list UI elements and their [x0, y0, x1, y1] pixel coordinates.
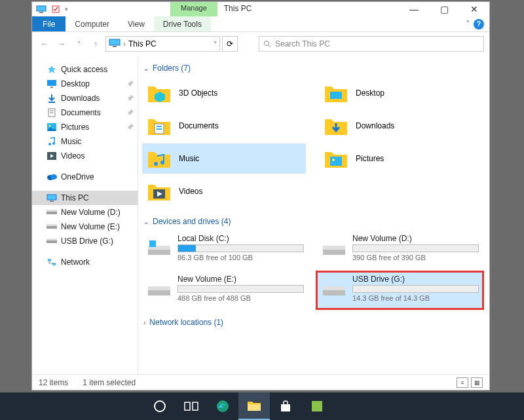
folder-icon — [146, 178, 172, 204]
folder-3d-objects[interactable]: 3D Objects — [142, 78, 306, 108]
address-bar[interactable]: › This PC ˅ — [105, 36, 220, 52]
address-dropdown-icon[interactable]: ˅ — [214, 41, 217, 48]
item-count: 12 items — [39, 378, 68, 387]
sidebar-drive-g[interactable]: USB Drive (G:) — [32, 234, 138, 248]
folder-label: Videos — [179, 187, 202, 196]
svg-rect-3 — [109, 39, 120, 45]
svg-rect-25 — [47, 210, 57, 212]
drives-grid: Local Disk (C:) 86.3 GB free of 100 GB N… — [142, 231, 483, 309]
svg-rect-47 — [323, 246, 345, 250]
edge-button[interactable] — [207, 392, 238, 420]
folder-documents[interactable]: Documents — [142, 111, 306, 141]
sidebar-this-pc[interactable]: This PC — [32, 191, 138, 205]
folder-videos[interactable]: Videos — [142, 176, 306, 206]
taskbar — [0, 392, 524, 420]
tab-view[interactable]: View — [119, 16, 154, 31]
folder-icon — [323, 80, 349, 106]
sidebar-label: Music — [61, 137, 81, 146]
folder-label: Documents — [179, 121, 219, 130]
folder-downloads[interactable]: Downloads — [319, 111, 483, 141]
svg-rect-58 — [312, 401, 322, 411]
address-separator: › — [123, 39, 126, 48]
folder-music[interactable]: Music — [142, 143, 306, 174]
maximize-button[interactable]: ▢ — [429, 2, 459, 16]
documents-icon — [47, 108, 57, 117]
tab-drive-tools[interactable]: Drive Tools — [154, 16, 211, 31]
pc-icon — [47, 193, 57, 202]
svg-rect-54 — [193, 402, 198, 410]
svg-line-6 — [269, 45, 271, 47]
sidebar-item-desktop[interactable]: Desktop — [32, 77, 138, 91]
drive-free-text: 14.3 GB free of 14.3 GB — [352, 294, 479, 302]
taskbar-app-button[interactable] — [301, 392, 333, 420]
refresh-button[interactable]: ⟳ — [222, 36, 238, 52]
folder-desktop[interactable]: Desktop — [319, 78, 483, 108]
status-bar: 12 items 1 item selected ≡ ▦ — [32, 374, 489, 390]
sidebar-label: USB Drive (G:) — [61, 237, 113, 246]
selection-count: 1 item selected — [83, 378, 136, 387]
folder-icon — [323, 145, 349, 172]
recent-locations-button[interactable]: ˅ — [71, 37, 86, 51]
usb-drive-icon — [321, 278, 347, 299]
folders-grid: 3D Objects Desktop Documents Downloads M… — [142, 78, 483, 206]
file-explorer-button[interactable] — [238, 392, 270, 420]
svg-marker-7 — [48, 66, 56, 73]
sidebar-drive-d[interactable]: New Volume (D:) — [32, 205, 138, 220]
store-button[interactable] — [270, 392, 301, 420]
group-header-folders[interactable]: ⌄ Folders (7) — [142, 60, 483, 78]
sidebar-onedrive[interactable]: OneDrive — [32, 170, 138, 184]
svg-point-21 — [50, 174, 57, 180]
ribbon-expand-icon[interactable]: ˅ — [466, 20, 470, 29]
large-icons-view-button[interactable]: ▦ — [471, 377, 483, 388]
search-box[interactable]: Search This PC — [259, 36, 484, 52]
forward-button[interactable]: → — [54, 37, 69, 51]
minimize-button[interactable]: — — [399, 2, 429, 16]
svg-rect-27 — [47, 224, 57, 226]
svg-rect-29 — [47, 239, 57, 240]
sidebar-label: Documents — [61, 108, 101, 117]
folder-icon — [323, 113, 349, 139]
sidebar-drive-e[interactable]: New Volume (E:) — [32, 220, 138, 234]
sidebar-item-downloads[interactable]: Downloads — [32, 91, 138, 105]
file-tab[interactable]: File — [32, 16, 66, 31]
up-button[interactable]: ↑ — [88, 37, 103, 51]
qat-dropdown-icon[interactable]: ▾ — [65, 6, 68, 12]
svg-rect-33 — [330, 92, 342, 99]
desktop-icon — [47, 79, 57, 88]
sidebar-quick-access[interactable]: Quick access — [32, 62, 138, 77]
svg-rect-22 — [47, 195, 56, 200]
drive-icon — [47, 208, 57, 217]
back-button[interactable]: ← — [37, 37, 52, 51]
close-button[interactable]: ✕ — [459, 2, 489, 16]
drive-name: USB Drive (G:) — [352, 275, 479, 284]
sidebar-item-music[interactable]: Music — [32, 134, 138, 149]
refresh-icon: ⟳ — [227, 39, 233, 48]
group-header-network[interactable]: › Network locations (1) — [142, 314, 483, 332]
star-icon — [47, 65, 57, 74]
folder-label: Downloads — [356, 121, 394, 130]
window-controls: — ▢ ✕ — [399, 2, 489, 16]
svg-rect-49 — [148, 286, 170, 290]
sidebar-network[interactable]: Network — [32, 255, 138, 269]
details-view-button[interactable]: ≡ — [457, 377, 468, 388]
contextual-tab-manage[interactable]: Manage — [170, 2, 217, 16]
svg-rect-57 — [281, 404, 290, 411]
drive-usb-g[interactable]: USB Drive (G:) 14.3 GB free of 14.3 GB — [317, 272, 483, 309]
tab-computer[interactable]: Computer — [66, 16, 119, 31]
music-icon — [47, 137, 57, 146]
pc-icon[interactable] — [36, 5, 47, 14]
sidebar-item-videos[interactable]: Videos — [32, 149, 138, 163]
os-drive-icon — [146, 238, 172, 259]
folder-pictures[interactable]: Pictures — [319, 143, 483, 174]
sidebar-item-documents[interactable]: Documents — [32, 105, 138, 120]
group-header-drives[interactable]: ⌄ Devices and drives (4) — [142, 213, 483, 231]
properties-icon[interactable] — [50, 5, 61, 14]
drive-local-c[interactable]: Local Disk (C:) 86.3 GB free of 100 GB — [142, 231, 308, 268]
svg-rect-1 — [39, 12, 43, 13]
cortana-button[interactable] — [144, 392, 176, 420]
drive-new-volume-e[interactable]: New Volume (E:) 488 GB free of 488 GB — [142, 272, 308, 309]
task-view-button[interactable] — [176, 392, 207, 420]
sidebar-item-pictures[interactable]: Pictures — [32, 120, 138, 134]
drive-new-volume-d[interactable]: New Volume (D:) 390 GB free of 390 GB — [317, 231, 483, 268]
help-icon[interactable]: ? — [474, 19, 484, 29]
